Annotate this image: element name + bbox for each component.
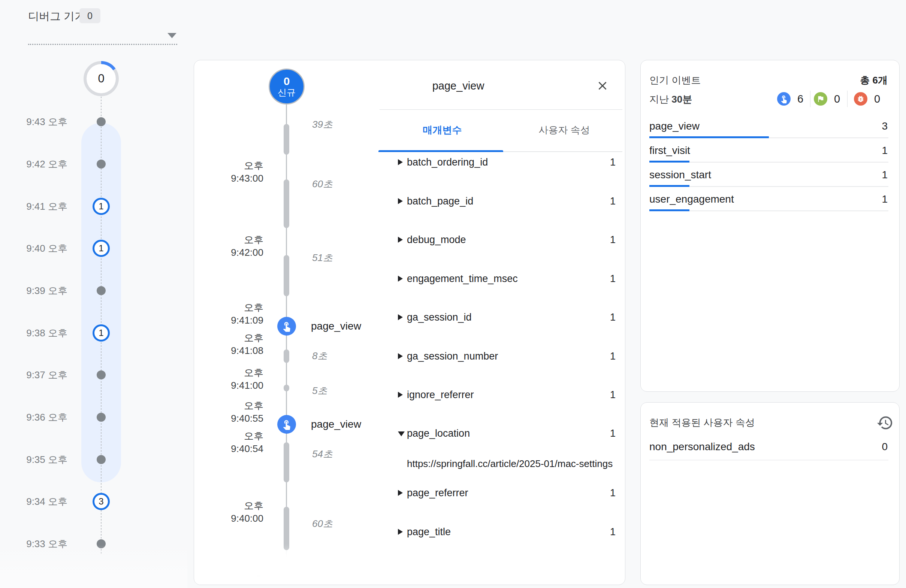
history-icon[interactable] [876, 414, 894, 432]
active-tab-underline [378, 150, 503, 152]
top-event-count: 1 [882, 143, 888, 158]
param-value: 1 [610, 427, 616, 440]
minute-label: 9:36 오후 [21, 411, 67, 424]
minute-label: 9:42 오후 [21, 158, 67, 171]
engagement-segment [284, 349, 289, 363]
stream-time-label: 오후 9:40:00 [209, 499, 263, 512]
events-counter-value: 6 [793, 92, 808, 106]
minute-dot-marker[interactable] [97, 117, 106, 126]
close-icon[interactable] [596, 79, 609, 92]
event-bar-fill [649, 209, 689, 211]
param-value: 1 [610, 349, 616, 363]
debug-view-page: 디버그 기기 0 0 9:43 오후 9:42 오후 9:41 오후 1 9:4… [0, 0, 906, 588]
param-value: 1 [610, 233, 616, 247]
duration-label: 60초 [312, 517, 333, 530]
new-events-label: 신규 [278, 87, 296, 98]
collapse-caret-icon[interactable] [398, 432, 405, 436]
event-bar-fill [649, 161, 689, 163]
minute-label: 9:41 오후 [21, 200, 67, 213]
event-stream-label[interactable]: page_view [311, 319, 361, 334]
timeline-bottom-fade [0, 545, 187, 588]
current-minute-counter[interactable]: 0 [83, 61, 119, 96]
device-select-underline[interactable] [28, 39, 177, 45]
engagement-segment [284, 124, 289, 155]
expand-caret-icon[interactable] [398, 276, 403, 282]
time-window-minutes: 30분 [672, 94, 692, 105]
expand-caret-icon[interactable] [398, 198, 403, 204]
top-event-row[interactable]: session_start [649, 168, 711, 182]
stream-time-label: 오후 9:41:08 [209, 331, 263, 344]
duration-label: 51초 [312, 251, 333, 264]
duration-label: 39초 [312, 118, 333, 131]
event-bar-fill [649, 136, 769, 138]
top-events-total: 총 6개 [860, 74, 888, 86]
expand-caret-icon[interactable] [398, 490, 403, 496]
param-name[interactable]: batch_ordering_id [407, 155, 488, 169]
minute-dot-marker[interactable] [97, 286, 106, 295]
param-name[interactable]: ga_session_number [407, 349, 498, 363]
expand-caret-icon[interactable] [398, 159, 403, 165]
stream-time-label: 오후 9:43:00 [209, 159, 263, 172]
event-marker[interactable] [277, 317, 296, 336]
expand-caret-icon[interactable] [398, 392, 403, 398]
minute-label: 9:37 오후 [21, 368, 67, 381]
param-name[interactable]: batch_page_id [407, 194, 473, 208]
stream-time-label: 오후 9:40:55 [209, 399, 263, 412]
param-value: 1 [610, 194, 616, 208]
events-counter-badge [777, 92, 791, 106]
touch-icon [281, 419, 292, 430]
errors-counter-value: 0 [870, 92, 885, 106]
user-property-value: 0 [882, 440, 888, 454]
new-events-badge[interactable]: 0 신규 [269, 69, 305, 105]
param-name[interactable]: debug_mode [407, 233, 466, 247]
stream-time-label: 오후 9:41:09 [209, 301, 263, 314]
debug-device-count-badge: 0 [80, 8, 100, 23]
user-property-name[interactable]: non_personalized_ads [649, 440, 755, 454]
param-value: 1 [610, 486, 616, 500]
minute-dot-marker[interactable] [97, 413, 106, 422]
counter-divider [810, 91, 810, 107]
engagement-segment [284, 507, 289, 550]
minute-count-marker[interactable]: 3 [93, 493, 110, 510]
minute-dot-marker[interactable] [97, 455, 106, 464]
event-stream-label[interactable]: page_view [311, 417, 361, 432]
touch-icon [281, 320, 292, 332]
param-name[interactable]: page_title [407, 525, 451, 539]
minute-dot-marker[interactable] [97, 370, 106, 379]
param-name[interactable]: engagement_time_msec [407, 272, 518, 285]
tab-user-properties[interactable]: 사용자 속성 [506, 123, 622, 137]
param-name[interactable]: page_location [407, 427, 470, 440]
minute-label: 9:35 오후 [21, 453, 67, 466]
minute-dot-marker[interactable] [97, 159, 106, 169]
param-value: 1 [610, 525, 616, 539]
param-name[interactable]: page_referrer [407, 486, 468, 500]
expand-caret-icon[interactable] [398, 237, 403, 243]
stream-bottom-fade [195, 544, 374, 585]
expand-caret-icon[interactable] [398, 353, 403, 359]
param-name[interactable]: ga_session_id [407, 311, 472, 324]
top-event-count: 1 [882, 168, 888, 182]
engagement-segment [284, 385, 289, 391]
minute-count-marker[interactable]: 1 [93, 198, 110, 215]
minute-count-marker[interactable]: 1 [93, 240, 110, 257]
expand-caret-icon[interactable] [398, 314, 403, 320]
chevron-down-icon[interactable] [167, 33, 177, 38]
param-name[interactable]: ignore_referrer [407, 388, 474, 402]
time-window-label: 지난 30분 [649, 92, 692, 106]
top-event-row[interactable]: user_engagement [649, 192, 734, 206]
expand-caret-icon[interactable] [398, 529, 403, 535]
tab-parameters[interactable]: 매개변수 [380, 123, 505, 137]
minute-count-marker[interactable]: 1 [93, 324, 110, 341]
title-divider [380, 109, 622, 110]
tab-divider [503, 151, 622, 152]
top-event-row[interactable]: page_view [649, 119, 700, 133]
engagement-segment [284, 442, 289, 482]
minute-label: 9:40 오후 [21, 242, 67, 255]
errors-counter-badge [854, 92, 868, 106]
duration-label: 5초 [312, 384, 327, 397]
top-event-row[interactable]: first_visit [649, 143, 690, 158]
param-value: 1 [610, 388, 616, 402]
param-value: 1 [610, 155, 616, 169]
event-marker[interactable] [277, 415, 296, 434]
flag-icon [817, 95, 825, 103]
